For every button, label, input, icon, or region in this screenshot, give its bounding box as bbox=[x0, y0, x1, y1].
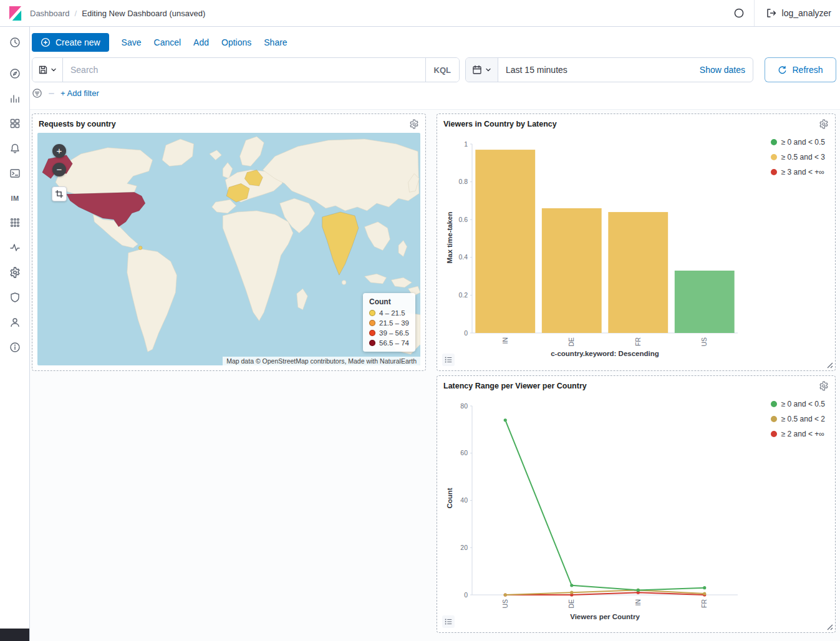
panel-latency-range[interactable]: Latency Range per Viewer per Country Cou… bbox=[437, 375, 836, 633]
management-gear-icon[interactable] bbox=[6, 264, 24, 281]
save-button[interactable]: Save bbox=[122, 37, 142, 47]
panel-options-gear-icon[interactable] bbox=[817, 379, 831, 393]
line-point[interactable] bbox=[504, 593, 507, 596]
map-legend-dot bbox=[369, 310, 375, 316]
map-legend-item: 21.5 – 39 bbox=[369, 319, 409, 327]
dev-tools-icon[interactable] bbox=[6, 165, 24, 182]
left-navigation: IM bbox=[0, 27, 30, 641]
x-tick-label: FR bbox=[700, 599, 708, 608]
nav-dock-button[interactable] bbox=[0, 629, 29, 641]
saved-query-menu-button[interactable] bbox=[32, 58, 63, 82]
axis-line bbox=[472, 406, 738, 595]
chevron-down-icon bbox=[51, 67, 57, 73]
breadcrumb-dashboard[interactable]: Dashboard bbox=[30, 9, 70, 18]
options-button[interactable]: Options bbox=[221, 37, 251, 47]
bar-US[interactable] bbox=[675, 271, 735, 333]
panel-options-gear-icon[interactable] bbox=[407, 117, 421, 131]
panel-options-gear-icon[interactable] bbox=[817, 117, 831, 131]
create-new-button[interactable]: Create new bbox=[32, 33, 109, 52]
cancel-button[interactable]: Cancel bbox=[154, 37, 181, 47]
x-tick-label: FR bbox=[634, 337, 642, 346]
bar-FR[interactable] bbox=[608, 212, 668, 333]
panel-header: Viewers in Country by Latency bbox=[437, 114, 835, 133]
recently-viewed-icon[interactable] bbox=[6, 34, 24, 51]
panel-viewers-by-latency[interactable]: Viewers in Country by Latency Max time-t… bbox=[437, 113, 836, 371]
panel-resize-handle[interactable] bbox=[824, 359, 834, 369]
map-legend-dot bbox=[369, 340, 375, 346]
breadcrumb-separator: / bbox=[75, 9, 77, 18]
apps-grid-icon[interactable] bbox=[6, 214, 24, 231]
alerts-bell-icon[interactable] bbox=[6, 140, 24, 157]
dashboard-icon[interactable] bbox=[6, 115, 24, 132]
legend-item[interactable]: ≥ 0.5 and < 2 bbox=[771, 415, 825, 423]
line-point[interactable] bbox=[637, 589, 640, 592]
legend-item[interactable]: ≥ 0 and < 0.5 bbox=[771, 400, 825, 408]
kql-syntax-button[interactable]: KQL bbox=[425, 58, 459, 82]
world-map[interactable]: + − Count 4 – 21.521.5 – 3939 – 56.556.5… bbox=[37, 133, 420, 365]
share-button[interactable]: Share bbox=[264, 37, 287, 47]
kibana-app: Dashboard / Editing New Dashboard (unsav… bbox=[0, 0, 840, 641]
legend-item[interactable]: ≥ 0.5 and < 3 bbox=[771, 153, 825, 161]
y-tick-label: 0.8 bbox=[458, 178, 468, 185]
y-tick-label: 80 bbox=[460, 402, 468, 410]
visualize-icon[interactable] bbox=[6, 90, 24, 107]
map-legend-label: 4 – 21.5 bbox=[379, 309, 405, 317]
breadcrumb-current: Editing New Dashboard (unsaved) bbox=[82, 9, 205, 18]
legend-toggle-icon[interactable] bbox=[442, 615, 455, 628]
legend-toggle-icon[interactable] bbox=[442, 354, 455, 366]
news-feed-icon[interactable] bbox=[727, 1, 751, 26]
security-shield-icon[interactable] bbox=[6, 289, 24, 306]
refresh-button[interactable]: Refresh bbox=[765, 57, 836, 82]
x-tick-label: US bbox=[700, 337, 708, 347]
y-tick-label: 0.4 bbox=[458, 253, 468, 261]
line-point[interactable] bbox=[703, 592, 706, 595]
calendar-menu-button[interactable] bbox=[466, 58, 498, 82]
monitoring-pulse-icon[interactable] bbox=[6, 239, 24, 256]
crop-icon bbox=[55, 190, 64, 198]
map-legend-dot bbox=[369, 330, 375, 336]
x-axis-title: c-country.keyword: Descending bbox=[551, 350, 659, 357]
add-button[interactable]: Add bbox=[193, 37, 209, 47]
index-management-shortcut[interactable]: IM bbox=[6, 190, 24, 207]
kibana-logo[interactable] bbox=[0, 0, 30, 26]
zoom-in-button[interactable]: + bbox=[52, 144, 66, 158]
country-tt[interactable] bbox=[138, 246, 142, 250]
line-point[interactable] bbox=[570, 591, 573, 594]
panel-resize-handle[interactable] bbox=[824, 621, 834, 631]
filter-bar: + Add filter bbox=[32, 88, 99, 99]
legend-label: ≥ 0.5 and < 3 bbox=[781, 153, 825, 161]
search-input[interactable] bbox=[63, 58, 425, 82]
show-dates-button[interactable]: Show dates bbox=[692, 58, 753, 82]
time-range-value[interactable]: Last 15 minutes bbox=[498, 58, 692, 82]
panel-requests-by-country[interactable]: Requests by country bbox=[32, 113, 426, 371]
discover-icon[interactable] bbox=[6, 65, 24, 82]
draw-bounds-tool-button[interactable] bbox=[52, 186, 67, 201]
y-tick-label: 0.6 bbox=[458, 216, 468, 223]
line-chart[interactable]: 020406080USDEINFR bbox=[456, 398, 743, 610]
bar-chart[interactable]: 00.20.40.60.81INDEFRUS bbox=[456, 137, 743, 349]
legend-item[interactable]: ≥ 3 and < +∞ bbox=[771, 168, 825, 176]
y-axis-title: Max time-taken bbox=[446, 211, 453, 263]
line-point[interactable] bbox=[570, 584, 573, 587]
header-divider bbox=[754, 0, 755, 26]
map-legend-item: 56.5 – 74 bbox=[369, 339, 409, 347]
info-icon[interactable] bbox=[6, 339, 24, 356]
y-tick-label: 60 bbox=[460, 449, 468, 456]
legend-item[interactable]: ≥ 0 and < 0.5 bbox=[771, 138, 825, 147]
filter-options-icon[interactable] bbox=[32, 88, 42, 99]
line-point[interactable] bbox=[703, 586, 706, 589]
chart-legend: ≥ 0 and < 0.5≥ 0.5 and < 3≥ 3 and < +∞ bbox=[771, 138, 825, 183]
space-menu-button[interactable]: log_analyzer bbox=[757, 0, 840, 26]
y-tick-label: 40 bbox=[460, 496, 468, 504]
zoom-out-button[interactable]: − bbox=[52, 163, 66, 176]
legend-item[interactable]: ≥ 2 and < +∞ bbox=[771, 430, 825, 438]
user-icon[interactable] bbox=[6, 314, 24, 331]
map-legend: Count 4 – 21.521.5 – 3939 – 56.556.5 – 7… bbox=[363, 293, 415, 352]
bar-DE[interactable] bbox=[542, 208, 602, 333]
add-filter-button[interactable]: + Add filter bbox=[60, 89, 99, 98]
x-tick-label: DE bbox=[567, 599, 575, 609]
line-point[interactable] bbox=[504, 418, 507, 422]
legend-dot bbox=[771, 401, 777, 407]
line-series bbox=[505, 420, 705, 590]
bar-IN[interactable] bbox=[475, 150, 535, 333]
